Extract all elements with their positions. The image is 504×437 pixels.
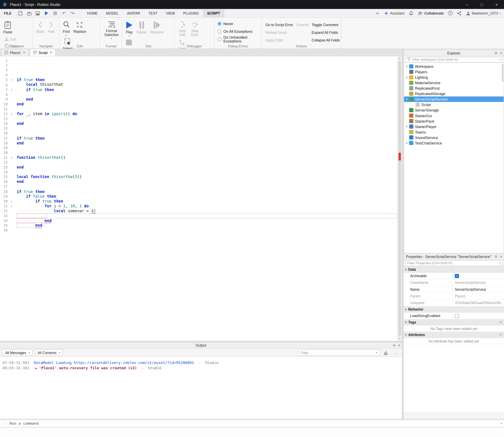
code-line[interactable]: end: [17, 165, 397, 170]
pause-button[interactable]: Pause: [135, 20, 148, 35]
fold-arrow[interactable]: ▾: [9, 112, 14, 115]
debug-errors-option[interactable]: Never: [218, 20, 260, 28]
explorer-item-serverscriptservice[interactable]: ▾ServerScriptService: [404, 97, 504, 102]
section-collapse-arrow[interactable]: ▾: [405, 333, 407, 336]
explorer-scrollbar-thumb[interactable]: [502, 64, 504, 82]
code-line[interactable]: [17, 92, 397, 97]
section-header-data[interactable]: ▾Data: [404, 267, 504, 273]
menu-tab-plugins[interactable]: PLUGINS: [179, 9, 203, 17]
code-line[interactable]: [17, 213, 397, 218]
play-button[interactable]: Play ▾: [124, 20, 134, 38]
code-line[interactable]: if true then: [17, 189, 397, 194]
quick-play-icon[interactable]: [44, 10, 49, 16]
resume-button[interactable]: Resume: [149, 20, 165, 35]
code-line[interactable]: end: [17, 223, 397, 228]
code-line[interactable]: local thisorthat: [17, 82, 397, 87]
command-input[interactable]: Run a command: [10, 421, 39, 426]
expand-arrow[interactable]: ▸: [405, 141, 409, 144]
save-icon[interactable]: [35, 10, 40, 16]
code-line[interactable]: if true then: [17, 87, 397, 92]
log-message[interactable]: DataModel Loading https://assetdelivery.…: [34, 360, 194, 365]
menu-tab-model[interactable]: MODEL: [102, 9, 123, 17]
explorer-item-replicatedfirst[interactable]: ReplicatedFirst: [404, 86, 504, 91]
contexts-filter-dropdown[interactable]: All Contexts▾: [35, 350, 63, 356]
code-line[interactable]: [17, 68, 397, 73]
code-line[interactable]: [17, 160, 397, 165]
apply-edits-button[interactable]: Apply Edits: [266, 36, 293, 44]
code-line[interactable]: end: [17, 218, 397, 223]
tab-place1[interactable]: Place1 ✕: [1, 49, 29, 56]
explorer-item-workspace[interactable]: ▸Workspace: [404, 64, 504, 69]
code-line[interactable]: [17, 146, 397, 150]
tab-close-icon[interactable]: ✕: [49, 51, 52, 54]
output-more-button[interactable]: …: [392, 350, 399, 356]
replace-button[interactable]: AB Replace: [72, 20, 87, 35]
drag-grip-icon[interactable]: ⋮⋮: [0, 421, 10, 426]
explorer-filter-input[interactable]: Filter workspace (Ctrl+Shift+X) ▾: [405, 57, 502, 62]
collaborate-button[interactable]: Collaborate: [418, 11, 444, 15]
code-line[interactable]: [17, 170, 397, 175]
code-line[interactable]: [17, 117, 397, 121]
properties-close-icon[interactable]: ✕: [499, 255, 504, 258]
code-line[interactable]: [17, 126, 397, 131]
help-icon[interactable]: ?: [448, 11, 452, 15]
code-line[interactable]: if true then: [17, 136, 397, 141]
section-header-tags[interactable]: ▾Tags+: [404, 319, 504, 325]
section-header-behavior[interactable]: ▾Behavior: [404, 307, 504, 313]
minimize-button[interactable]: –: [460, 0, 475, 9]
toggle-comment-button[interactable]: Toggle Comment: [312, 21, 340, 29]
code-line[interactable]: if true then: [17, 199, 397, 204]
scrollbar-error-marker[interactable]: [399, 153, 401, 160]
code-line[interactable]: function thisorthat(): [17, 155, 397, 160]
expand-arrow[interactable]: ▸: [405, 76, 409, 79]
notifications-bell-icon[interactable]: [408, 10, 414, 16]
tab-close-icon[interactable]: ✕: [23, 51, 25, 54]
back-button[interactable]: Back: [35, 20, 46, 35]
code-line[interactable]: end: [17, 141, 397, 146]
fold-arrow[interactable]: ▾: [9, 88, 14, 91]
section-collapse-arrow[interactable]: ▾: [405, 308, 407, 311]
property-value-name[interactable]: ServerScriptService: [453, 286, 504, 293]
cut-button[interactable]: Cut: [4, 37, 19, 41]
close-button[interactable]: ×: [489, 0, 504, 9]
messages-filter-dropdown[interactable]: All Messages▾: [3, 350, 33, 356]
expand-arrow[interactable]: ▸: [405, 125, 409, 128]
collapse-ribbon-icon[interactable]: [375, 10, 380, 16]
command-bar[interactable]: ⋮⋮ Run a command ▾: [0, 420, 504, 427]
format-selection-button[interactable]: Format Selection ▾: [102, 20, 121, 40]
filter-dropdown-caret[interactable]: ▾: [499, 58, 501, 61]
code-line[interactable]: [17, 73, 397, 78]
step-into-button[interactable]: Step Into: [176, 20, 188, 38]
open-file-icon[interactable]: [27, 10, 32, 16]
radio-button[interactable]: [218, 22, 222, 26]
menu-tab-script[interactable]: SCRIPT: [203, 9, 224, 17]
redo-dropdown-caret[interactable]: ▾: [74, 12, 75, 14]
explorer-item-replicatedstorage[interactable]: ReplicatedStorage: [404, 91, 504, 97]
code-line[interactable]: [17, 184, 397, 189]
script-editor[interactable]: 12345▾67▾89101112▾131415161718192021▾222…: [0, 56, 402, 341]
explorer-item-soundservice[interactable]: SoundService: [404, 135, 504, 140]
code-line[interactable]: [17, 131, 397, 136]
fold-arrow[interactable]: ▾: [9, 79, 14, 81]
section-collapse-arrow[interactable]: ▾: [405, 321, 407, 324]
commit-button[interactable]: Commit: [296, 21, 309, 29]
code-line[interactable]: end: [17, 102, 397, 107]
undo-icon[interactable]: ↶: [61, 10, 66, 16]
debug-errors-option[interactable]: On Unhandled Exceptions: [218, 35, 260, 43]
explorer-item-startergui[interactable]: StarterGui: [404, 113, 504, 118]
menu-tab-home[interactable]: HOME: [83, 9, 102, 17]
menu-tab-avatar[interactable]: AVATAR: [123, 9, 144, 17]
scroll-down-arrow[interactable]: ▾: [397, 337, 402, 341]
code-line[interactable]: [17, 228, 397, 233]
tab-script[interactable]: Script ✕: [30, 49, 55, 56]
editor-vertical-scrollbar[interactable]: ▴ ▾: [397, 56, 402, 341]
output-close-icon[interactable]: ✕: [397, 344, 402, 347]
property-value-loadstringenabled[interactable]: [453, 313, 504, 319]
explorer-item-starterplayer[interactable]: ▸StarterPlayer: [404, 124, 504, 129]
code-line[interactable]: local somevar = 42: [17, 209, 397, 213]
editor-code[interactable]: if true then local thisorthat if true th…: [17, 56, 397, 341]
account-menu[interactable]: Maelstorm_1973 ▾: [466, 11, 501, 15]
clear-output-button[interactable]: [382, 350, 389, 356]
goto-script-error-button[interactable]: Go to Script Error: [266, 21, 293, 29]
explorer-item-script[interactable]: Script: [404, 102, 504, 108]
